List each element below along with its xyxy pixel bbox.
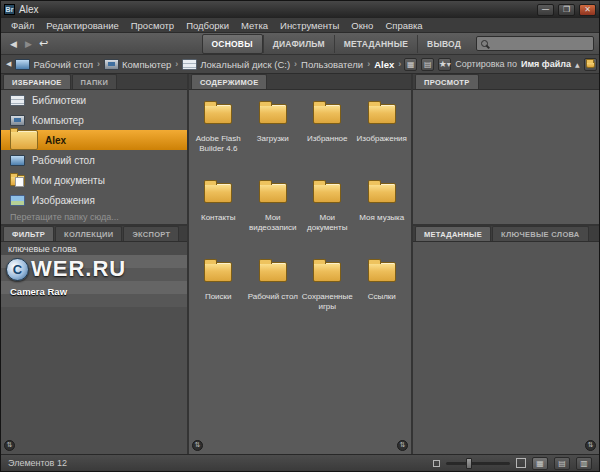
pathbar: ◀ Рабочий стол › Компьютер › Локальный д… xyxy=(1,55,599,74)
center-column: СОДЕРЖИМОЕ Adobe Flash Builder 4.6 Загру… xyxy=(189,74,411,454)
boomerang-icon[interactable]: ↩ xyxy=(36,36,51,52)
workspace-tab-output[interactable]: ВЫВОД xyxy=(417,35,470,53)
tab-preview[interactable]: ПРОСМОТР xyxy=(415,74,479,89)
favorites-item-documents[interactable]: Мои документы xyxy=(1,170,187,190)
bridge-app-icon: Br xyxy=(4,4,15,15)
metadata-panel: МЕТАДАННЫЕ КЛЮЧЕВЫЕ СЛОВА ⇅ xyxy=(413,226,599,454)
folder-icon xyxy=(259,183,287,203)
maximize-button[interactable]: ❐ xyxy=(558,4,575,16)
folder-icon xyxy=(259,262,287,282)
statusbar: Элементов 12 ▦ ▤ ▥ xyxy=(1,454,599,471)
documents-icon xyxy=(10,175,25,186)
folder-item[interactable]: Поиски xyxy=(191,256,245,329)
filter-row-keywords[interactable]: ключевые слова xyxy=(1,242,187,255)
folder-item[interactable]: Моя музыка xyxy=(355,177,409,250)
workspace-tab-filmstrip[interactable]: ДИАФИЛЬМ xyxy=(263,35,334,53)
panel-scroll-button[interactable]: ⇅ xyxy=(397,440,408,451)
folder-icon xyxy=(368,183,396,203)
window-title: Alex xyxy=(19,4,533,15)
thumbnail-size-slider[interactable] xyxy=(446,462,510,465)
pictures-icon xyxy=(10,195,25,206)
breadcrumb-alex[interactable]: Alex xyxy=(373,59,395,70)
folder-item[interactable]: Избранное xyxy=(300,98,354,171)
panel-scroll-button[interactable]: ⇅ xyxy=(4,440,15,451)
panel-scroll-button[interactable]: ⇅ xyxy=(192,440,203,451)
search-input[interactable] xyxy=(491,39,593,49)
new-folder-icon[interactable] xyxy=(584,58,597,71)
folder-item[interactable]: Мои документы xyxy=(300,177,354,250)
breadcrumb-desktop[interactable]: Рабочий стол xyxy=(14,59,94,70)
menu-window[interactable]: Окно xyxy=(345,20,379,31)
menu-view[interactable]: Просмотр xyxy=(125,20,180,31)
breadcrumb-disk-c[interactable]: Локальный диск (C:) xyxy=(181,59,291,70)
large-thumbnail-icon[interactable] xyxy=(516,458,526,468)
drop-folder-hint: Перетащите папку сюда... xyxy=(1,210,187,224)
favorites-item-alex[interactable]: Alex xyxy=(1,130,187,150)
tab-content[interactable]: СОДЕРЖИМОЕ xyxy=(191,74,267,89)
favorites-item-computer[interactable]: Компьютер xyxy=(1,110,187,130)
desktop-icon xyxy=(10,155,25,166)
favorites-item-desktop[interactable]: Рабочий стол xyxy=(1,150,187,170)
view-list-icon[interactable]: ▤ xyxy=(421,58,434,71)
menubar: Файл Редактирование Просмотр Подборки Ме… xyxy=(1,18,599,33)
menu-label[interactable]: Метка xyxy=(235,20,274,31)
menu-help[interactable]: Справка xyxy=(379,20,428,31)
folder-item[interactable]: Изображения xyxy=(355,98,409,171)
sort-direction-icon[interactable]: ▲ xyxy=(575,61,580,68)
menu-tools[interactable]: Инструменты xyxy=(274,20,345,31)
tab-collections[interactable]: КОЛЛЕКЦИИ xyxy=(55,226,122,241)
panel-scroll-button[interactable]: ⇅ xyxy=(585,440,596,451)
menu-file[interactable]: Файл xyxy=(5,20,40,31)
folder-item[interactable]: Контакты xyxy=(191,177,245,250)
breadcrumb-separator: › xyxy=(294,59,297,69)
folder-item[interactable]: Ссылки xyxy=(355,256,409,329)
view-thumbnails-button[interactable]: ▦ xyxy=(532,457,548,470)
breadcrumb-separator: › xyxy=(175,59,178,69)
tab-metadata[interactable]: МЕТАДАННЫЕ xyxy=(415,226,491,241)
view-list-button[interactable]: ▥ xyxy=(576,457,592,470)
content-tabbar: СОДЕРЖИМОЕ xyxy=(189,74,411,90)
workspace-tab-metadata[interactable]: МЕТАДАННЫЕ xyxy=(334,35,417,53)
tab-export[interactable]: ЭКСПОРТ xyxy=(123,226,179,241)
folder-icon xyxy=(313,262,341,282)
folder-icon xyxy=(313,104,341,124)
slider-handle[interactable] xyxy=(466,458,472,469)
tab-favorites[interactable]: ИЗБРАННОЕ xyxy=(3,74,71,89)
small-thumbnail-icon[interactable] xyxy=(433,460,440,467)
folder-icon xyxy=(204,183,232,203)
folder-item[interactable]: Загрузки xyxy=(246,98,300,171)
minimize-button[interactable]: — xyxy=(537,4,554,16)
favorites-item-pictures[interactable]: Изображения xyxy=(1,190,187,210)
computer-icon xyxy=(104,59,119,70)
breadcrumb-computer[interactable]: Компьютер xyxy=(103,59,172,70)
breadcrumb-users[interactable]: Пользователи xyxy=(300,59,364,70)
folder-grid: Adobe Flash Builder 4.6 Загрузки Избранн… xyxy=(191,98,409,329)
menu-edit[interactable]: Редактирование xyxy=(40,20,124,31)
folder-item[interactable]: Adobe Flash Builder 4.6 xyxy=(191,98,245,171)
folder-item[interactable]: Мои видеозаписи xyxy=(246,177,300,250)
folder-item[interactable]: Сохраненные игры xyxy=(300,256,354,329)
back-icon[interactable]: ◀ xyxy=(6,36,21,52)
close-button[interactable]: ✕ xyxy=(579,4,596,16)
tab-filter[interactable]: ФИЛЬТР xyxy=(3,226,54,241)
tab-folders[interactable]: ПАПКИ xyxy=(72,74,118,89)
forward-icon[interactable]: ▶ xyxy=(21,36,36,52)
view-grid-icon[interactable]: ▦ xyxy=(404,58,417,71)
menu-stacks[interactable]: Подборки xyxy=(180,20,235,31)
tab-keywords[interactable]: КЛЮЧЕВЫЕ СЛОВА xyxy=(492,226,589,241)
path-back-icon[interactable]: ◀ xyxy=(6,56,11,72)
favorite-star-icon[interactable]: ★▾ xyxy=(438,58,451,71)
workspace-tab-essentials[interactable]: ОСНОВЫ xyxy=(202,34,263,54)
view-details-button[interactable]: ▤ xyxy=(554,457,570,470)
folder-icon xyxy=(368,262,396,282)
libraries-icon xyxy=(10,95,25,106)
sort-label[interactable]: Сортировка по xyxy=(455,59,517,69)
favorites-item-libraries[interactable]: Библиотеки xyxy=(1,90,187,110)
sort-value[interactable]: Имя файла xyxy=(521,59,571,69)
right-column: ПРОСМОТР МЕТАДАННЫЕ КЛЮЧЕВЫЕ СЛОВА ⇅ xyxy=(413,74,599,454)
folder-item[interactable]: Рабочий стол xyxy=(246,256,300,329)
pathbar-controls: ▦ ▤ ★▾ Сортировка по Имя файла ▲ ↺ ↻ xyxy=(404,58,600,71)
desktop-icon xyxy=(15,59,30,70)
content-panel: СОДЕРЖИМОЕ Adobe Flash Builder 4.6 Загру… xyxy=(189,74,411,454)
folder-icon xyxy=(204,262,232,282)
